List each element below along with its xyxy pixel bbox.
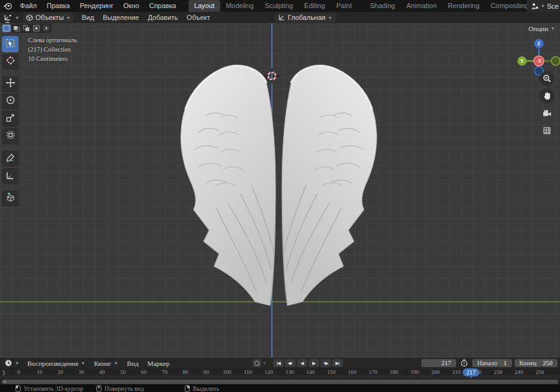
- select-mode-intersect[interactable]: [42, 24, 51, 32]
- timeline-menu-3[interactable]: Маркер: [143, 360, 174, 367]
- mouse-left-icon: [16, 385, 21, 392]
- transform-icon: [6, 130, 16, 142]
- mouse-middle-icon: [96, 385, 101, 392]
- topbar-menu-4[interactable]: Справка: [144, 0, 181, 12]
- chevron-down-icon: ▼: [81, 361, 85, 366]
- ruler-frame-10: 10: [37, 369, 42, 375]
- viewport-menu-0[interactable]: Вид: [77, 14, 98, 21]
- auto-key-button[interactable]: [253, 359, 261, 367]
- frame-end-value: 250: [543, 359, 553, 367]
- tool-scale[interactable]: [2, 111, 19, 127]
- previous-keyframe-button[interactable]: ◀•: [285, 359, 296, 367]
- jump-to-end-button[interactable]: ▶|: [332, 359, 343, 367]
- tab-shading[interactable]: Shading: [365, 0, 401, 12]
- blender-logo-icon[interactable]: [3, 1, 12, 11]
- scene-name: Sce: [547, 2, 559, 10]
- chevron-down-icon: ▼: [15, 361, 19, 366]
- zoom-button[interactable]: [539, 71, 554, 86]
- tab-rendering[interactable]: Rendering: [442, 0, 485, 12]
- viewport-nav-buttons: [539, 71, 554, 138]
- viewport-menu-2[interactable]: Добавить: [143, 14, 182, 21]
- orientation-icon: [278, 14, 286, 21]
- gizmo-y-neg-axis[interactable]: [551, 57, 560, 65]
- hint-right-click: Выделить: [185, 385, 219, 392]
- playback-controls: |◀◀•◀▶•▶▶|: [273, 359, 343, 367]
- hint-label: Повернуть вид: [105, 385, 144, 392]
- ruler-frame-0: 0: [17, 369, 21, 375]
- viewport-3d[interactable]: Слева ортогональ (217) Collection 10 Cen…: [0, 23, 560, 358]
- timeline-editor-selector[interactable]: [2, 358, 14, 368]
- tab-animation[interactable]: Animation: [401, 0, 442, 12]
- play-button[interactable]: ▶: [309, 359, 319, 367]
- jump-to-start-button[interactable]: |◀: [273, 359, 284, 367]
- tool-select-box[interactable]: [2, 36, 19, 52]
- tool-add-cube[interactable]: [2, 190, 19, 207]
- tab-sculpting[interactable]: Sculpting: [259, 0, 299, 12]
- tab-uv-editing[interactable]: UV Editing: [299, 0, 331, 12]
- scrollbar-knob[interactable]: [3, 380, 6, 383]
- tool-rotate[interactable]: [2, 93, 19, 110]
- ruler-frame-20: 20: [58, 369, 63, 375]
- tab-texture-paint[interactable]: Texture Paint: [330, 0, 364, 12]
- annotate-icon: [6, 153, 15, 165]
- axis-gizmo[interactable]: Z Y -X: [516, 31, 560, 76]
- move-icon: [6, 78, 16, 90]
- timeline-menu-0[interactable]: Воспроизведение▼: [23, 360, 90, 367]
- tool-transform[interactable]: [2, 128, 19, 144]
- camera-view-button[interactable]: [539, 106, 554, 121]
- timeline-scroll-row: [0, 378, 560, 385]
- ruler-frame-30: 30: [78, 369, 84, 375]
- view-name: Слева ортогональ: [28, 35, 77, 45]
- frame-start-field[interactable]: Начало 1: [472, 359, 512, 367]
- topbar-menu-0[interactable]: Файл: [15, 0, 42, 12]
- ruler-frame-140: 140: [306, 369, 315, 375]
- viewport-menu-1[interactable]: Выделение: [98, 14, 143, 21]
- ruler-frame-110: 110: [244, 369, 252, 375]
- tab-modeling[interactable]: Modeling: [220, 0, 259, 12]
- status-bar: Установить 3D-курсор Повернуть вид Выдел…: [0, 385, 560, 392]
- select-mode-subtract[interactable]: [22, 24, 31, 32]
- pan-hand-button[interactable]: [539, 88, 554, 103]
- ruler-frame-210: 210: [452, 369, 461, 375]
- frame-end-field[interactable]: Конец 250: [515, 359, 558, 367]
- current-frame-field[interactable]: 217: [421, 359, 456, 367]
- grid-scale: 10 Centimeters: [28, 54, 77, 63]
- tool-measure[interactable]: [2, 168, 19, 184]
- ruler-frame-80: 80: [183, 369, 189, 375]
- tool-cursor[interactable]: [2, 54, 19, 70]
- select-mode-invert[interactable]: [32, 24, 41, 32]
- timeline-menu-1[interactable]: Кеинг▼: [90, 360, 123, 367]
- timeline-menu-2[interactable]: Вид: [123, 360, 143, 367]
- next-keyframe-button[interactable]: •▶: [320, 359, 331, 367]
- ruler-frame-170: 170: [369, 369, 378, 375]
- play-reverse-button[interactable]: ◀: [297, 359, 307, 367]
- topbar-menu-3[interactable]: Окно: [118, 0, 144, 12]
- ruler-frame-120: 120: [264, 369, 273, 375]
- scale-icon: [6, 113, 15, 125]
- timeline-header: ▼ Воспроизведение▼Кеинг▼ВидМаркер ▼ |◀◀•…: [0, 358, 560, 368]
- chevron-down-icon: ▼: [263, 361, 267, 366]
- timeline-scrollbar[interactable]: [2, 380, 558, 384]
- viewport-menu-3[interactable]: Объект: [182, 14, 214, 21]
- ruler-frame-50: 50: [120, 369, 126, 375]
- current-frame-value: 217: [441, 359, 451, 367]
- ruler-frame-180: 180: [390, 369, 398, 375]
- transform-orientation[interactable]: Глобальная ▼: [275, 13, 335, 22]
- chevron-down-icon: ▼: [328, 16, 332, 20]
- ruler-frame-150: 150: [327, 369, 336, 375]
- ortho-perspective-toggle[interactable]: [539, 123, 554, 138]
- select-box-icon: [6, 39, 15, 50]
- tool-move[interactable]: [2, 76, 19, 92]
- playhead-frame-badge[interactable]: 217: [462, 368, 479, 376]
- hint-label: Установить 3D-курсор: [24, 385, 83, 392]
- topbar-menu-1[interactable]: Правка: [42, 0, 75, 12]
- tab-layout[interactable]: Layout: [189, 0, 220, 12]
- scene-selector[interactable]: ▼ Sce: [527, 0, 560, 12]
- use-preview-range-button[interactable]: [459, 358, 470, 368]
- viewport-overlay-text: Слева ортогональ (217) Collection 10 Cen…: [28, 35, 77, 63]
- tool-annotate[interactable]: [2, 151, 19, 167]
- select-mode-new[interactable]: [2, 24, 11, 32]
- select-mode-extend[interactable]: [12, 24, 21, 32]
- mode-selector[interactable]: Объекты ▼: [23, 13, 73, 22]
- topbar-menu-2[interactable]: Рендеринг: [75, 0, 118, 12]
